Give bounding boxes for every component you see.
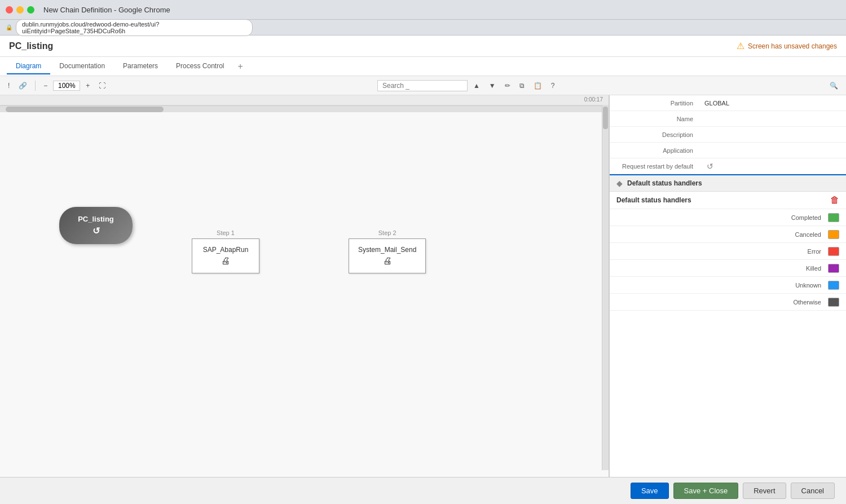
zoom-level: 100% (53, 81, 80, 91)
restart-value: ↺ (700, 160, 846, 173)
start-node-container[interactable]: PC_listing ↺ (59, 207, 133, 244)
zoom-out-button[interactable]: − (40, 80, 51, 91)
revert-button[interactable]: Revert (743, 483, 786, 499)
tab-process-control[interactable]: Process Control (167, 59, 233, 74)
application-label: Application (610, 145, 700, 156)
search-up-button[interactable]: ▲ (470, 80, 483, 91)
app-title: PC_listing (9, 41, 53, 51)
save-button[interactable]: Save (631, 483, 669, 499)
zoom-in-button[interactable]: + (82, 80, 93, 91)
link-button[interactable]: 🔗 (15, 80, 30, 91)
application-input[interactable] (704, 147, 841, 154)
scrollbar-thumb-right[interactable] (603, 107, 608, 129)
fit-button[interactable]: ⛶ (95, 80, 109, 91)
description-value[interactable]: listing (700, 129, 846, 140)
description-input[interactable]: listing (704, 131, 841, 138)
status-handler-name: Otherwise (616, 299, 828, 306)
description-label: Description (610, 129, 700, 140)
connections-svg (0, 116, 169, 200)
step1-container[interactable]: Step 1 SAP_AbapRun 🖨 (192, 229, 259, 273)
status-color-button[interactable] (828, 213, 839, 222)
diamond-icon: ◆ (616, 179, 623, 188)
chrome-titlebar: New Chain Definition - Google Chrome (0, 0, 846, 20)
name-input[interactable]: PC_listing (704, 116, 841, 122)
footer: Save Save + Close Revert Cancel (0, 477, 846, 504)
properties-section: Partition GLOBAL Name PC_listing Descrip… (610, 95, 846, 174)
address-bar-row: 🔒 dublin.runmyjobs.cloud/redwood-demo-eu… (0, 20, 846, 36)
scrollbar-thumb-bottom[interactable] (6, 107, 164, 112)
start-node-icon: ↺ (73, 226, 119, 236)
time-display: 0:00:17 (584, 96, 603, 103)
warning-icon: ⚠ (737, 41, 744, 51)
minimize-window-btn[interactable] (16, 6, 24, 14)
application-row: Application (610, 143, 846, 158)
address-bar[interactable]: dublin.runmyjobs.cloud/redwood-demo-eu/t… (16, 19, 253, 36)
step1-icon: 🖨 (201, 256, 250, 266)
restart-row: Request restart by default ↺ (610, 158, 846, 174)
status-handler-name: Killed (616, 265, 828, 272)
name-row: Name PC_listing (610, 111, 846, 127)
partition-value: GLOBAL (700, 98, 846, 109)
description-row: Description listing (610, 127, 846, 143)
browser-title: New Chain Definition - Google Chrome (43, 6, 170, 14)
status-handler-name: Canceled (616, 231, 828, 238)
copy-button[interactable]: ⧉ (516, 80, 528, 91)
status-color-button[interactable] (828, 230, 839, 239)
status-color-button[interactable] (828, 264, 839, 273)
search-down-button[interactable]: ▼ (486, 80, 499, 91)
status-handler-name: Unknown (616, 282, 828, 289)
zoom-fit-right-button[interactable]: 🔍 (826, 80, 841, 91)
status-handler-row: Completed (610, 209, 846, 226)
step1-label: Step 1 (192, 229, 259, 236)
status-handlers-label: Default status handlers (616, 196, 691, 204)
tabs-bar: Diagram Documentation Parameters Process… (0, 57, 846, 76)
paste-button[interactable]: 📋 (530, 80, 545, 91)
step2-icon: 🖨 (358, 256, 416, 266)
status-handler-row: Killed (610, 260, 846, 277)
handler-delete-button[interactable]: 🗑 (830, 195, 839, 205)
status-color-button[interactable] (828, 281, 839, 290)
tab-parameters[interactable]: Parameters (114, 59, 167, 74)
status-color-button[interactable] (828, 298, 839, 307)
step2-box[interactable]: System_Mail_Send 🖨 (349, 238, 426, 273)
diagram-toolbar: ! 🔗 − 100% + ⛶ ▲ ▼ ✏ ⧉ 📋 ? 🔍 (0, 76, 846, 95)
partition-label: Partition (610, 98, 700, 109)
cancel-button[interactable]: Cancel (791, 483, 835, 499)
step2-label: Step 2 (349, 229, 426, 236)
close-window-btn[interactable] (6, 6, 13, 14)
tab-diagram[interactable]: Diagram (7, 59, 50, 74)
canvas-scrollbar-bottom[interactable] (0, 105, 609, 112)
ruler-top: 0:00:17 (0, 95, 609, 105)
status-color-button[interactable] (828, 247, 839, 256)
status-handler-row: Unknown (610, 277, 846, 294)
name-label: Name (610, 113, 700, 125)
restart-label: Request restart by default (610, 161, 700, 172)
add-tab-button[interactable]: + (233, 60, 247, 73)
step2-container[interactable]: Step 2 System_Mail_Send 🖨 (349, 229, 426, 273)
main-content: 0:00:17 (0, 95, 846, 477)
canvas-area[interactable]: PC_listing ↺ Step 1 SAP_AbapRun 🖨 Step 2… (0, 105, 609, 477)
status-handlers-list: Completed Canceled Error Killed Unknown … (610, 209, 846, 311)
window-controls[interactable] (6, 6, 34, 14)
diagram-canvas[interactable]: 0:00:17 (0, 95, 609, 477)
restart-icon[interactable]: ↺ (707, 162, 713, 171)
toolbar-separator-1 (35, 81, 36, 91)
search-input[interactable] (377, 80, 468, 91)
right-panel: Partition GLOBAL Name PC_listing Descrip… (609, 95, 846, 477)
tab-documentation[interactable]: Documentation (50, 59, 114, 74)
help-button[interactable]: ? (548, 80, 558, 91)
maximize-window-btn[interactable] (27, 6, 34, 14)
name-value[interactable]: PC_listing (700, 113, 846, 125)
application-value[interactable] (700, 145, 846, 156)
status-handler-row: Canceled (610, 226, 846, 243)
canvas-scrollbar-right[interactable] (602, 105, 609, 470)
info-button[interactable]: ! (5, 80, 13, 91)
unsaved-text: Screen has unsaved changes (748, 42, 837, 50)
lock-icon: 🔒 (6, 24, 12, 30)
section-title: Default status handlers (627, 179, 702, 187)
start-node[interactable]: PC_listing ↺ (59, 207, 133, 244)
start-node-label: PC_listing (78, 215, 114, 223)
step1-box[interactable]: SAP_AbapRun 🖨 (192, 238, 259, 273)
save-close-button[interactable]: Save + Close (673, 483, 739, 499)
edit-button[interactable]: ✏ (501, 80, 514, 91)
